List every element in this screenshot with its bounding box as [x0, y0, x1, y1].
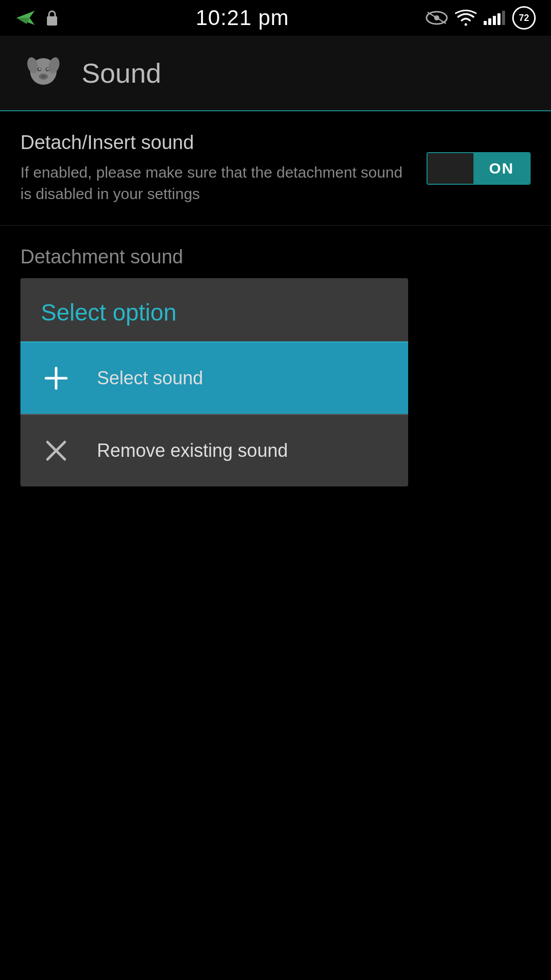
battery-level: 72	[519, 13, 529, 23]
signal-bars	[484, 11, 505, 25]
paper-plane-icon	[15, 10, 36, 26]
plus-icon	[41, 363, 71, 394]
select-sound-option[interactable]: Select sound	[20, 342, 408, 414]
status-time: 10:21 pm	[195, 6, 289, 30]
select-option-dialog: Select option Select sound Remove existi…	[20, 278, 408, 486]
setting-text-block: Detach/Insert sound If enabled, please m…	[20, 132, 427, 205]
app-header: Sound	[0, 36, 551, 111]
detach-insert-setting: Detach/Insert sound If enabled, please m…	[0, 111, 551, 226]
remove-sound-option[interactable]: Remove existing sound	[20, 415, 408, 486]
toggle-switch[interactable]: ON	[427, 152, 531, 185]
detachment-sound-header: Detachment sound	[0, 226, 551, 278]
battery-indicator: 72	[512, 6, 536, 30]
eye-icon	[425, 10, 448, 26]
app-icon	[20, 50, 66, 96]
main-content: Detach/Insert sound If enabled, please m…	[0, 111, 551, 486]
x-icon	[41, 435, 71, 466]
select-sound-label: Select sound	[97, 368, 203, 389]
lock-icon	[45, 9, 59, 27]
status-bar: 10:21 pm 72	[0, 0, 551, 36]
dialog-title: Select option	[20, 278, 408, 342]
wifi-icon	[455, 9, 477, 27]
page-title: Sound	[82, 57, 161, 89]
setting-title: Detach/Insert sound	[20, 132, 406, 154]
status-right-icons: 72	[425, 6, 536, 30]
svg-point-14	[47, 68, 49, 70]
toggle-off-area	[428, 153, 473, 184]
status-left-icons	[15, 9, 59, 27]
section-header-label: Detachment sound	[20, 246, 183, 267]
setting-description: If enabled, please make sure that the de…	[20, 162, 406, 205]
svg-marker-1	[16, 18, 30, 24]
svg-rect-2	[47, 16, 57, 26]
remove-sound-label: Remove existing sound	[97, 440, 288, 461]
svg-point-12	[41, 75, 46, 78]
svg-point-13	[39, 68, 41, 70]
toggle-on-label: ON	[473, 153, 530, 184]
